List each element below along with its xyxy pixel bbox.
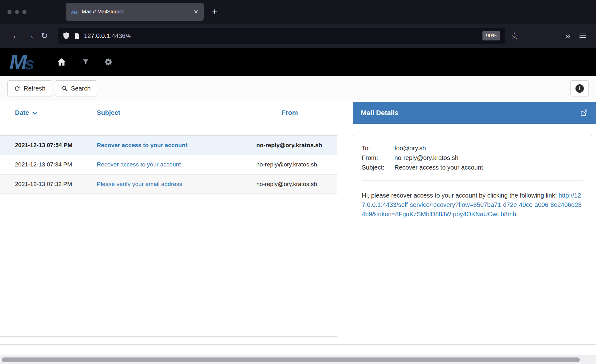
bookmark-star-icon[interactable]: ☆ xyxy=(510,30,519,41)
window-controls[interactable] xyxy=(7,10,26,14)
reload-button[interactable]: ↻ xyxy=(37,31,52,41)
shield-icon[interactable] xyxy=(63,32,70,40)
mail-subject-link[interactable]: Recover access to your account xyxy=(97,142,187,148)
overflow-chevrons-icon[interactable]: » xyxy=(565,30,570,41)
mail-row[interactable]: 2021-12-13 07:34 PM Recover access to yo… xyxy=(0,155,337,174)
mail-row[interactable]: 2021-12-13 07:32 PM Please verify your e… xyxy=(0,175,337,194)
mail-details-pane: Mail Details To: foo@ory.sh From: no-rep… xyxy=(344,101,596,344)
mail-row[interactable]: 2021-12-13 07:54 PM Recover access to yo… xyxy=(0,135,337,155)
mail-date: 2021-12-13 07:54 PM xyxy=(15,141,97,150)
home-icon[interactable] xyxy=(57,58,66,66)
subject-header-label: Subject xyxy=(97,109,120,116)
mail-subject: Recover access to your account xyxy=(97,160,256,169)
horizontal-scrollbar-thumb[interactable] xyxy=(2,357,580,362)
mail-list: Date Subject From 2021-12-13 07:54 PM Re… xyxy=(0,101,337,337)
forward-button[interactable]: → xyxy=(23,31,37,41)
main-content: Date Subject From 2021-12-13 07:54 PM Re… xyxy=(0,101,596,345)
zoom-level-badge[interactable]: 90% xyxy=(482,31,500,40)
column-header-date[interactable]: Date xyxy=(15,109,97,122)
window-close-dot-icon[interactable] xyxy=(7,10,12,14)
filter-funnel-icon[interactable] xyxy=(83,59,89,65)
mail-list-pane: Date Subject From 2021-12-13 07:54 PM Re… xyxy=(0,101,344,344)
window-minimize-dot-icon[interactable] xyxy=(15,10,19,14)
mail-body: Hi, please recover access to your accoun… xyxy=(362,191,583,219)
page-info-icon[interactable] xyxy=(74,32,80,39)
tab-title: Mail // MailSlurper xyxy=(82,9,124,15)
to-value: foo@ory.sh xyxy=(394,143,583,153)
mail-from: no-reply@ory.kratos.sh xyxy=(256,160,323,169)
mail-subject: Please verify your email address xyxy=(97,180,256,189)
horizontal-scrollbar-track[interactable] xyxy=(0,355,596,364)
window-maximize-dot-icon[interactable] xyxy=(22,10,26,14)
browser-tab[interactable]: Ms Mail // MailSlurper × xyxy=(66,3,204,21)
sort-chevron-down-icon xyxy=(32,109,37,116)
meta-body-divider xyxy=(362,180,583,181)
column-header-from[interactable]: From xyxy=(256,109,323,122)
info-button[interactable]: i xyxy=(570,80,589,96)
refresh-button[interactable]: Refresh xyxy=(7,80,52,96)
browser-tab-strip: Ms Mail // MailSlurper × + xyxy=(0,0,596,24)
browser-nav-bar: ← → ↻ 127.0.0.1:4436/# 90% ☆ » xyxy=(0,24,596,48)
app-header: Ms xyxy=(0,48,596,76)
from-value: no-reply@ory.kratos.sh xyxy=(394,153,583,163)
search-icon xyxy=(62,85,68,91)
mailslurper-logo: Ms xyxy=(9,51,32,72)
search-button-label: Search xyxy=(71,85,91,92)
new-tab-button[interactable]: + xyxy=(212,7,217,17)
mail-rows: 2021-12-13 07:54 PM Recover access to yo… xyxy=(0,135,337,194)
mail-from: no-reply@ory.kratos.sh xyxy=(256,141,323,150)
url-path: :4436/# xyxy=(110,32,131,40)
to-label: To: xyxy=(362,143,394,153)
logo-letter-m: M xyxy=(9,50,25,74)
settings-gear-icon[interactable] xyxy=(104,58,112,66)
tab-close-icon[interactable]: × xyxy=(194,8,198,16)
column-header-subject[interactable]: Subject xyxy=(97,109,256,122)
mail-meta: To: foo@ory.sh From: no-reply@ory.kratos… xyxy=(362,143,583,172)
info-icon: i xyxy=(575,84,584,93)
mail-body-text: Hi, please recover access to your accoun… xyxy=(362,192,559,199)
menu-hamburger-icon[interactable] xyxy=(579,33,587,39)
screen: Ms Mail // MailSlurper × + ← → ↻ 127.0.0… xyxy=(0,0,596,364)
mailslurper-favicon-icon: Ms xyxy=(71,9,78,15)
app-toolbar: Refresh Search i xyxy=(0,76,596,101)
mail-subject-link[interactable]: Please verify your email address xyxy=(97,181,182,187)
mail-details-header: Mail Details xyxy=(353,102,596,124)
url-bar[interactable]: 127.0.0.1:4436/# 90% xyxy=(58,28,505,44)
mail-details-card: To: foo@ory.sh From: no-reply@ory.kratos… xyxy=(353,135,592,227)
date-header-label: Date xyxy=(15,109,29,116)
from-label: From: xyxy=(362,153,394,163)
back-button[interactable]: ← xyxy=(9,31,23,41)
search-button[interactable]: Search xyxy=(55,80,97,96)
logo-letter-s: s xyxy=(25,54,32,73)
refresh-icon xyxy=(14,85,21,92)
refresh-button-label: Refresh xyxy=(24,85,45,92)
mail-date: 2021-12-13 07:32 PM xyxy=(15,180,97,189)
open-external-icon[interactable] xyxy=(580,109,588,117)
mail-subject-link[interactable]: Recover access to your account xyxy=(97,161,181,168)
mail-from: no-reply@ory.kratos.sh xyxy=(256,180,323,189)
url-host: 127.0.0.1 xyxy=(84,32,110,40)
subject-value: Recover access to your account xyxy=(394,163,583,172)
mail-details-title: Mail Details xyxy=(361,109,398,117)
mail-list-header: Date Subject From xyxy=(0,101,337,122)
mail-date: 2021-12-13 07:34 PM xyxy=(15,160,97,169)
mail-subject: Recover access to your account xyxy=(97,141,256,150)
subject-label: Subject: xyxy=(362,163,394,172)
from-header-label: From xyxy=(282,109,298,116)
